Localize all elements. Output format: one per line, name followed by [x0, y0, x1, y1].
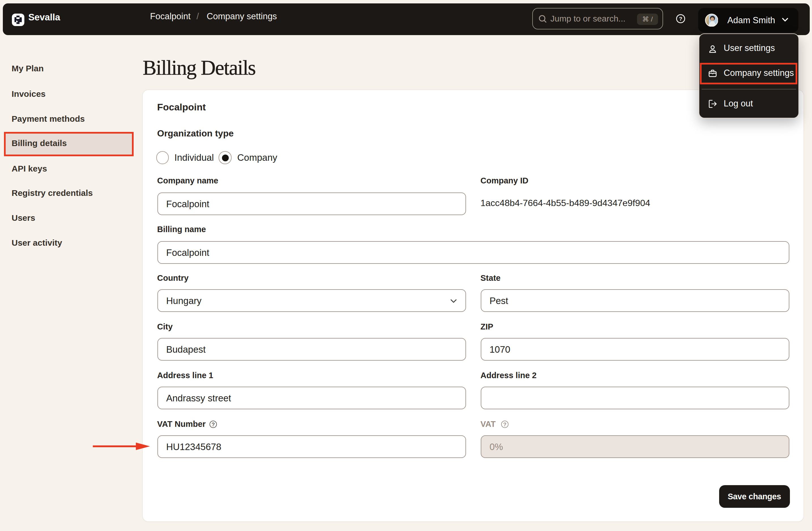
svg-text:?: ?	[679, 16, 682, 22]
